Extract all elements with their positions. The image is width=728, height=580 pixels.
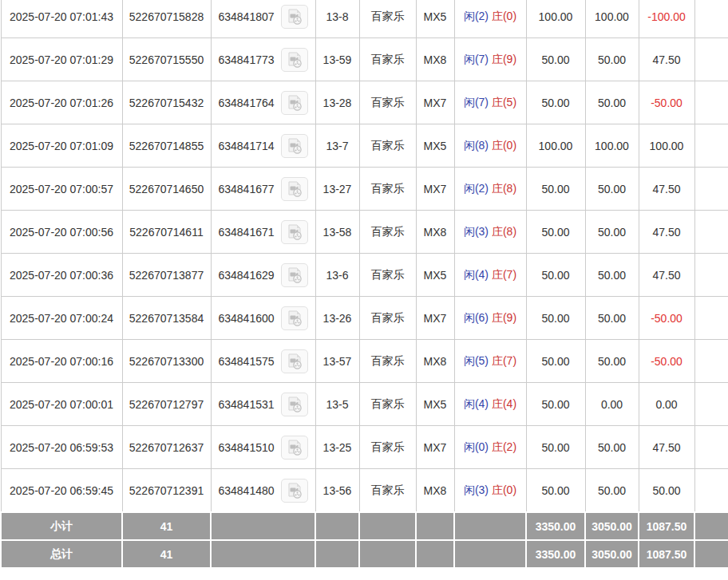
win-loss: 0.00 [639,383,694,426]
video-replay-button[interactable] [281,306,308,330]
table-number: 13-56 [315,469,359,513]
table-number: 13-57 [315,340,359,383]
round-id: 634841677 [218,183,274,195]
game-mode: MX8 [416,340,454,383]
extra-cell [694,340,728,383]
records-footer: 小计 41 3350.00 3050.00 1087.50 总计 41 [1,512,728,568]
bet-time: 2025-07-20 07:01:43 [1,0,122,38]
game-result: 闲(3) 庄(8) [454,211,526,254]
win-loss: 100.00 [639,124,694,168]
records-body: 2025-07-20 07:01:43 522670715828 6348418… [1,0,728,512]
video-replay-icon [285,266,304,284]
video-replay-button[interactable] [281,393,308,416]
banker-score: 庄(5) [492,96,516,109]
bet-id: 522670712797 [122,383,211,426]
video-replay-icon [285,310,304,327]
bet-amount: 50.00 [526,254,585,297]
video-replay-button[interactable] [281,91,308,115]
video-replay-icon [285,353,304,370]
game-result: 闲(7) 庄(5) [454,81,526,124]
game-result: 闲(4) 庄(4) [454,383,526,426]
win-loss: -50.00 [639,340,694,383]
win-loss: 47.50 [639,254,694,297]
valid-amount: 50.00 [585,340,639,383]
bet-time: 2025-07-20 07:01:09 [1,124,122,168]
table-row: 2025-07-20 07:01:29 522670715550 6348417… [1,38,728,81]
round-id: 634841773 [218,53,274,66]
player-score: 闲(2) [464,10,489,22]
extra-cell [694,383,728,426]
bet-time: 2025-07-20 06:59:53 [1,426,122,469]
win-loss: 47.50 [639,38,694,81]
video-replay-button[interactable] [281,134,308,158]
round-cell: 634841773 [211,38,315,81]
game-type: 百家乐 [359,0,416,38]
extra-cell [694,81,728,124]
round-id: 634841671 [218,226,274,239]
bet-id: 522670713300 [122,340,211,383]
game-result: 闲(2) 庄(0) [454,0,526,38]
banker-score: 庄(0) [492,139,516,152]
bet-id: 522670712637 [122,426,211,469]
game-result: 闲(7) 庄(9) [454,38,526,81]
round-cell: 634841510 [211,426,315,469]
bet-time: 2025-07-20 07:00:56 [1,211,122,254]
total-valid-amount: 3050.00 [585,540,639,568]
game-mode: MX8 [416,469,454,513]
game-mode: MX7 [416,168,454,211]
bet-records-viewport: 2025-07-20 07:01:43 522670715828 6348418… [0,0,728,580]
video-replay-button[interactable] [281,479,308,503]
table-row: 2025-07-20 07:00:16 522670713300 6348415… [1,340,728,383]
valid-amount: 100.00 [585,0,639,38]
subtotal-row: 小计 41 3350.00 3050.00 1087.50 [1,512,728,540]
game-result: 闲(2) 庄(8) [454,168,526,211]
bet-id: 522670715828 [122,0,211,38]
game-mode: MX8 [416,211,454,254]
video-replay-icon [285,439,304,456]
extra-cell [694,124,728,168]
bet-time: 2025-07-20 07:01:29 [1,38,122,81]
video-replay-button[interactable] [281,5,308,29]
bet-time: 2025-07-20 07:01:26 [1,81,122,124]
video-replay-button[interactable] [281,349,308,373]
bet-amount: 50.00 [526,38,585,81]
game-result: 闲(8) 庄(0) [454,124,526,168]
round-cell: 634841531 [211,383,315,426]
bet-id: 522670714650 [122,168,211,211]
bet-id: 522670713584 [122,297,211,340]
banker-score: 庄(2) [492,440,516,453]
win-loss: 47.50 [639,168,694,211]
video-replay-button[interactable] [281,220,308,244]
player-score: 闲(8) [464,139,489,152]
video-replay-button[interactable] [281,177,308,201]
bet-time: 2025-07-20 07:00:36 [1,254,122,297]
player-score: 闲(5) [464,354,489,367]
table-number: 13-27 [315,168,359,211]
extra-cell [694,469,728,513]
video-replay-button[interactable] [281,436,308,460]
player-score: 闲(3) [464,225,489,238]
round-cell: 634841671 [211,211,315,254]
round-cell: 634841600 [211,297,315,340]
subtotal-valid-amount: 3050.00 [585,512,639,540]
table-number: 13-8 [315,0,359,38]
video-replay-icon [285,223,304,241]
video-replay-icon [285,396,304,413]
video-replay-button[interactable] [281,48,308,72]
table-number: 13-59 [315,38,359,81]
game-type: 百家乐 [359,168,416,211]
win-loss: -50.00 [639,81,694,124]
valid-amount: 100.00 [585,124,639,168]
banker-score: 庄(8) [492,225,516,238]
video-replay-icon [285,482,304,499]
player-score: 闲(4) [464,397,489,410]
game-mode: MX5 [416,383,454,426]
game-mode: MX5 [416,254,454,297]
game-type: 百家乐 [359,297,416,340]
valid-amount: 50.00 [585,81,639,124]
round-cell: 634841807 [211,0,315,38]
bet-amount: 50.00 [526,81,585,124]
video-replay-button[interactable] [281,263,308,287]
bet-records-table: 2025-07-20 07:01:43 522670715828 6348418… [0,0,728,569]
subtotal-bet-amount: 3350.00 [526,512,585,540]
